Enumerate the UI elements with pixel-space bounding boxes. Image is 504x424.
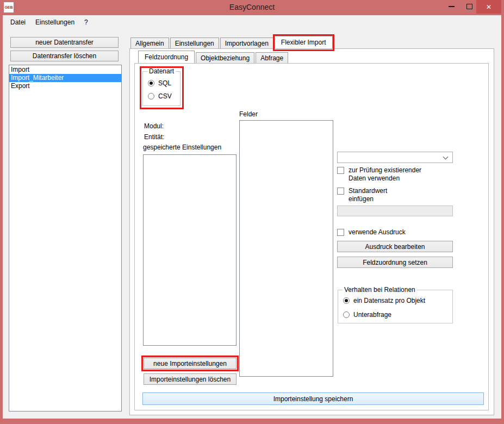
subtab-objektbeziehung[interactable]: Objektbeziehung: [196, 52, 254, 63]
menu-help[interactable]: ?: [79, 16, 93, 28]
close-icon: ✕: [486, 3, 491, 11]
radio-sql-icon: [148, 80, 154, 86]
menu-bar: Datei Einstellungen ?: [3, 15, 501, 29]
datenart-groupbox: Datenart SQL CSV: [142, 71, 181, 106]
main-tab-strip: Allgemein Einstellungen Importvorlagen F…: [130, 36, 334, 48]
menu-einstellungen[interactable]: Einstellungen: [30, 16, 79, 28]
checkbox-ausdruck[interactable]: verwende Ausdruck: [337, 228, 457, 236]
tab-importvorlagen[interactable]: Importvorlagen: [220, 38, 273, 48]
checkbox-standardwert-line1: Standardwert: [349, 187, 387, 195]
list-item-export[interactable]: Export: [9, 82, 121, 90]
delete-datatransfer-button[interactable]: Datentransfer löschen: [10, 51, 119, 61]
radio-datensatz-icon: [343, 297, 350, 304]
save-import-setting-button[interactable]: Importeinstellung speichern: [142, 392, 484, 405]
close-button[interactable]: ✕: [476, 0, 501, 14]
entitaet-label: Entität:: [144, 133, 164, 141]
new-import-settings-button[interactable]: neue Importeinstellungen: [144, 358, 237, 369]
radio-csv-label: CSV: [158, 92, 172, 100]
subtab-feldzuordnung[interactable]: Feldzuordnung: [138, 51, 195, 63]
datatransfer-listbox[interactable]: Import Import_Mitarbeiter Export: [9, 65, 122, 411]
default-value-textbox[interactable]: [337, 205, 453, 216]
checkbox-standardwert[interactable]: Standardwert einfügen: [337, 187, 457, 203]
delete-import-settings-button[interactable]: Importeinstellungen löschen: [144, 373, 237, 385]
tab-einstellungen[interactable]: Einstellungen: [170, 38, 219, 48]
set-field-mapping-button[interactable]: Feldzuordnung setzen: [337, 257, 453, 268]
felder-listbox[interactable]: [239, 120, 333, 377]
feldzuordnung-page: Datenart SQL CSV Modul: Entität: gespeic…: [134, 63, 489, 410]
window-body: Datei Einstellungen ? neuer Datentransfe…: [3, 15, 501, 419]
window-title: EasyConnect: [0, 3, 504, 11]
checkbox-standardwert-label: Standardwert einfügen: [349, 187, 387, 203]
checkbox-pruefung[interactable]: zur Prüfung existierender Daten verwende…: [337, 166, 457, 183]
minimize-icon: [449, 6, 455, 7]
menu-datei[interactable]: Datei: [5, 16, 30, 28]
relationen-legend: Verhalten bei Relationen: [343, 286, 417, 294]
minimize-button[interactable]: [441, 0, 461, 13]
app-window: GEB EasyConnect ✕ Datei Einstellungen ? …: [0, 0, 504, 424]
radio-unterabfrage-label: Unterabfrage: [353, 311, 391, 319]
checkbox-ausdruck-icon: [337, 229, 344, 236]
checkbox-standardwert-line2: einfügen: [349, 195, 374, 203]
felder-label: Felder: [239, 110, 258, 118]
tab-allgemein[interactable]: Allgemein: [130, 38, 169, 48]
radio-datensatz-pro-objekt[interactable]: ein Datensatz pro Objekt: [343, 297, 425, 304]
checkbox-pruefung-icon: [337, 167, 344, 174]
checkbox-pruefung-label: zur Prüfung existierender Daten verwende…: [349, 166, 421, 183]
radio-csv[interactable]: CSV: [148, 92, 172, 100]
radio-datensatz-label: ein Datensatz pro Objekt: [353, 297, 425, 304]
list-item-import[interactable]: Import: [9, 66, 121, 74]
maximize-icon: [466, 4, 472, 9]
tab-flexibler-import[interactable]: Flexibler Import: [275, 36, 333, 48]
checkbox-pruefung-line1: zur Prüfung existierender: [349, 166, 421, 174]
checkbox-standardwert-icon: [337, 188, 344, 195]
relationen-groupbox: Verhalten bei Relationen ein Datensatz p…: [338, 290, 453, 323]
subtab-abfrage[interactable]: Abfrage: [256, 52, 288, 63]
radio-csv-icon: [148, 93, 154, 99]
edit-expression-button[interactable]: Ausdruck bearbeiten: [337, 241, 453, 252]
checkbox-pruefung-line2: Daten verwenden: [349, 174, 400, 182]
saved-settings-listbox[interactable]: [143, 154, 237, 346]
radio-unterabfrage-icon: [343, 311, 350, 318]
datenart-legend: Datenart: [147, 67, 176, 75]
title-bar: GEB EasyConnect ✕: [0, 0, 504, 15]
tab-flexibler-import-label: Flexibler Import: [281, 39, 326, 46]
flexibler-import-tab-page: Feldzuordnung Objektbeziehung Abfrage Da…: [129, 48, 494, 415]
chevron-down-icon: [443, 154, 449, 160]
list-item-import-mitarbeiter[interactable]: Import_Mitarbeiter: [9, 74, 121, 82]
maximize-button[interactable]: [461, 0, 477, 13]
radio-unterabfrage[interactable]: Unterabfrage: [343, 311, 391, 319]
new-datatransfer-button[interactable]: neuer Datentransfer: [10, 37, 119, 48]
modul-label: Modul:: [144, 122, 164, 130]
radio-sql[interactable]: SQL: [148, 79, 171, 87]
sub-tab-strip: Feldzuordnung Objektbeziehung Abfrage: [138, 51, 289, 63]
field-combobox[interactable]: [337, 152, 453, 163]
checkbox-ausdruck-label: verwende Ausdruck: [349, 228, 406, 236]
radio-sql-label: SQL: [158, 79, 171, 87]
saved-settings-label: gespeicherte Einstellungen: [143, 144, 221, 151]
